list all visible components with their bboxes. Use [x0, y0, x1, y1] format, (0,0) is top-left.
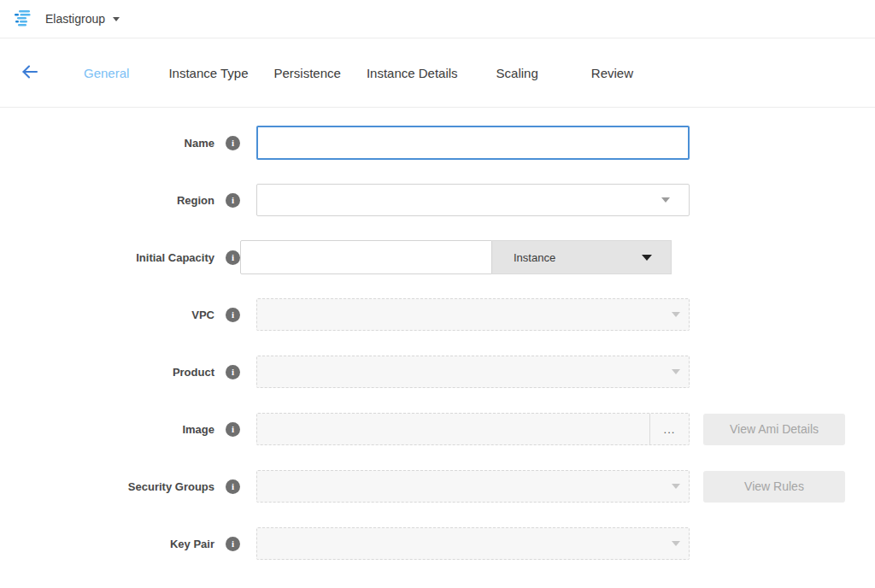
initial-capacity-label: Initial Capacity [136, 251, 214, 264]
key-pair-field [256, 527, 690, 560]
view-rules-button[interactable]: View Rules [703, 471, 845, 503]
product-switcher[interactable]: Elastigroup [45, 12, 120, 26]
region-info-icon[interactable]: i [226, 193, 240, 208]
tab-general[interactable]: General [84, 66, 129, 80]
security-groups-select [256, 470, 690, 503]
key-pair-info-icon[interactable]: i [226, 537, 240, 551]
vpc-label: VPC [191, 309, 214, 321]
product-label: Product [173, 366, 214, 379]
elastigroup-create-screen: Elastigroup General Instance Type Persis… [0, 0, 875, 588]
key-pair-label-cell: Key Pair i [0, 537, 240, 551]
capacity-unit-value: Instance [514, 251, 555, 264]
vpc-info-icon[interactable]: i [226, 308, 240, 322]
form-row-key-pair: Key Pair i [0, 526, 875, 561]
name-info-icon[interactable]: i [226, 136, 240, 150]
general-settings-form: Name i Region i Initial Capacit [0, 108, 875, 561]
key-pair-label: Key Pair [170, 538, 214, 550]
region-field [256, 184, 690, 216]
capacity-unit-select[interactable]: Instance [492, 240, 672, 274]
security-groups-label-cell: Security Groups i [0, 479, 240, 494]
tab-persistence[interactable]: Persistence [274, 66, 341, 80]
initial-capacity-field: Instance [240, 240, 672, 274]
image-field: ... [256, 413, 690, 445]
initial-capacity-info-icon[interactable]: i [226, 250, 240, 265]
tab-scaling[interactable]: Scaling [496, 66, 538, 80]
tab-instance-details[interactable]: Instance Details [367, 66, 458, 80]
security-groups-field [256, 470, 690, 503]
region-select[interactable] [256, 184, 690, 216]
name-label: Name [185, 137, 214, 150]
security-groups-label: Security Groups [128, 480, 214, 493]
region-label: Region [177, 194, 214, 207]
name-label-cell: Name i [0, 136, 240, 150]
form-row-name: Name i [0, 126, 875, 160]
form-row-initial-capacity: Initial Capacity i Instance [0, 240, 875, 274]
wizard-tab-bar: General Instance Type Persistence Instan… [0, 38, 875, 108]
security-groups-info-icon[interactable]: i [226, 479, 240, 494]
vpc-label-cell: VPC i [0, 308, 240, 322]
image-info-icon[interactable]: i [226, 422, 240, 437]
arrow-left-icon [20, 62, 40, 85]
vpc-field [256, 298, 690, 331]
product-field [256, 356, 690, 388]
image-value [257, 414, 649, 444]
initial-capacity-input[interactable] [240, 240, 492, 274]
tab-review[interactable]: Review [591, 66, 633, 80]
wizard-tabs: General Instance Type Persistence Instan… [84, 66, 633, 80]
vpc-select [256, 298, 690, 331]
form-row-vpc: VPC i [0, 297, 875, 332]
form-row-image: Image i ... View Ami Details [0, 412, 875, 446]
tab-instance-type[interactable]: Instance Type [168, 66, 248, 80]
view-ami-details-button[interactable]: View Ami Details [703, 414, 845, 445]
chevron-down-icon [672, 484, 680, 489]
region-label-cell: Region i [0, 193, 240, 208]
image-browse-button[interactable]: ... [649, 414, 689, 444]
chevron-down-icon [672, 541, 680, 546]
product-select [256, 356, 690, 388]
top-bar: Elastigroup [0, 0, 875, 38]
product-info-icon[interactable]: i [226, 365, 240, 379]
chevron-down-icon [642, 255, 652, 261]
chevron-down-icon [661, 197, 670, 203]
name-field [256, 126, 690, 160]
initial-capacity-label-cell: Initial Capacity i [0, 250, 240, 265]
chevron-down-icon [672, 312, 680, 317]
elastigroup-logo-icon [14, 9, 36, 28]
chevron-down-icon [672, 369, 680, 374]
chevron-down-icon [113, 17, 120, 21]
image-input-group: ... [256, 413, 690, 445]
product-label-cell: Product i [0, 365, 240, 379]
form-row-security-groups: Security Groups i View Rules [0, 469, 875, 503]
back-button[interactable] [18, 61, 42, 85]
image-label: Image [182, 423, 214, 436]
key-pair-select [256, 527, 690, 560]
form-row-product: Product i [0, 355, 875, 389]
name-input[interactable] [256, 126, 690, 160]
product-name: Elastigroup [45, 12, 105, 26]
form-row-region: Region i [0, 183, 875, 217]
image-label-cell: Image i [0, 422, 240, 437]
